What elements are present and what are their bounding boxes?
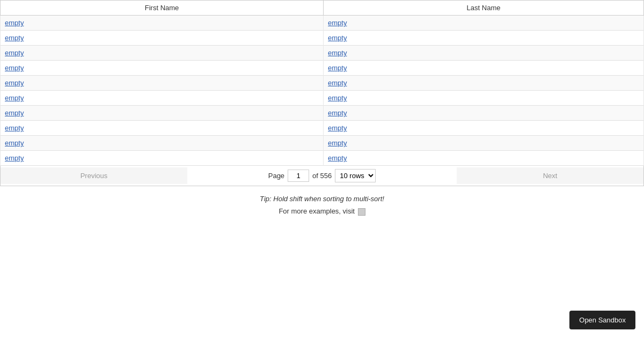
cell-first-name: empty: [1, 91, 324, 106]
cell-last-name: empty: [324, 46, 644, 61]
cell-first-name: empty: [1, 16, 324, 31]
cell-last-name-link[interactable]: empty: [328, 19, 347, 27]
cell-first-name-link[interactable]: empty: [5, 154, 24, 162]
cell-first-name-link[interactable]: empty: [5, 94, 24, 102]
cell-last-name-link[interactable]: empty: [328, 64, 347, 72]
cell-last-name: empty: [324, 136, 644, 151]
cell-first-name: empty: [1, 46, 324, 61]
visit-text: For more examples, visit: [0, 207, 644, 216]
cell-first-name-link[interactable]: empty: [5, 79, 24, 87]
pagination-bar: Previous Page of 556 5 rows10 rows20 row…: [0, 166, 644, 186]
cell-last-name: empty: [324, 151, 644, 166]
cell-first-name-link[interactable]: empty: [5, 109, 24, 117]
cell-first-name: empty: [1, 136, 324, 151]
table-row: emptyempty: [1, 136, 644, 151]
table-body: emptyemptyemptyemptyemptyemptyemptyempty…: [1, 16, 644, 166]
cell-last-name: empty: [324, 121, 644, 136]
of-label: of 556: [312, 172, 332, 180]
column-header-first-name[interactable]: First Name: [1, 1, 324, 16]
table-row: emptyempty: [1, 91, 644, 106]
table-row: emptyempty: [1, 106, 644, 121]
cell-first-name: empty: [1, 151, 324, 166]
table-row: emptyempty: [1, 31, 644, 46]
pagination-center: Page of 556 5 rows10 rows20 rows25 rows5…: [187, 166, 457, 186]
cell-last-name: empty: [324, 61, 644, 76]
cell-first-name: empty: [1, 121, 324, 136]
cell-last-name: empty: [324, 16, 644, 31]
cell-last-name: empty: [324, 106, 644, 121]
cell-first-name-link[interactable]: empty: [5, 19, 24, 27]
cell-first-name: empty: [1, 106, 324, 121]
page-input[interactable]: [288, 170, 309, 182]
table-row: emptyempty: [1, 121, 644, 136]
visit-link-icon[interactable]: [358, 208, 365, 216]
cell-last-name-link[interactable]: empty: [328, 109, 347, 117]
cell-last-name-link[interactable]: empty: [328, 154, 347, 162]
table-row: emptyempty: [1, 61, 644, 76]
table-row: emptyempty: [1, 46, 644, 61]
table-row: emptyempty: [1, 16, 644, 31]
cell-first-name: empty: [1, 61, 324, 76]
table-row: emptyempty: [1, 76, 644, 91]
data-table: First Name Last Name emptyemptyemptyempt…: [0, 0, 644, 166]
next-button[interactable]: Next: [457, 167, 643, 184]
cell-first-name-link[interactable]: empty: [5, 64, 24, 72]
open-sandbox-button[interactable]: Open Sandbox: [569, 311, 635, 329]
cell-last-name: empty: [324, 76, 644, 91]
cell-first-name: empty: [1, 76, 324, 91]
cell-last-name: empty: [324, 91, 644, 106]
cell-first-name-link[interactable]: empty: [5, 34, 24, 42]
rows-per-page-select[interactable]: 5 rows10 rows20 rows25 rows50 rows: [335, 169, 376, 182]
previous-button[interactable]: Previous: [1, 167, 187, 184]
cell-first-name-link[interactable]: empty: [5, 124, 24, 132]
tip-text: Tip: Hold shift when sorting to multi-so…: [0, 195, 644, 203]
cell-last-name-link[interactable]: empty: [328, 79, 347, 87]
cell-last-name-link[interactable]: empty: [328, 94, 347, 102]
column-header-last-name[interactable]: Last Name: [324, 1, 644, 16]
table-header-row: First Name Last Name: [1, 1, 644, 16]
cell-last-name-link[interactable]: empty: [328, 139, 347, 147]
cell-first-name: empty: [1, 31, 324, 46]
cell-last-name-link[interactable]: empty: [328, 34, 347, 42]
cell-last-name-link[interactable]: empty: [328, 49, 347, 57]
table-row: emptyempty: [1, 151, 644, 166]
cell-first-name-link[interactable]: empty: [5, 139, 24, 147]
cell-last-name: empty: [324, 31, 644, 46]
page-label: Page: [268, 172, 284, 180]
cell-last-name-link[interactable]: empty: [328, 124, 347, 132]
cell-first-name-link[interactable]: empty: [5, 49, 24, 57]
